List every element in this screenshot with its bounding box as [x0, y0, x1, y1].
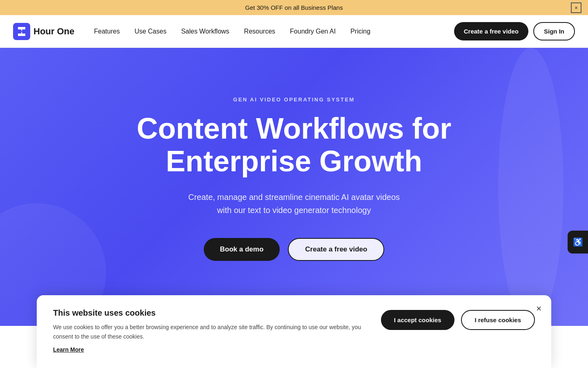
hero-buttons: Book a demo Create a free video [204, 238, 385, 261]
banner-text: Get 30% OFF on all Business Plans [245, 4, 343, 11]
top-banner: Get 30% OFF on all Business Plans × [0, 0, 588, 15]
nav-pricing[interactable]: Pricing [350, 28, 370, 35]
hero-title-line1: Content Workflows for [137, 112, 452, 145]
navbar-create-video-button[interactable]: Create a free video [454, 22, 528, 40]
hero-title: Content Workflows for Enterprise Growth [137, 112, 452, 177]
banner-close-button[interactable]: × [571, 2, 581, 13]
cookie-title: This website uses cookies [53, 308, 365, 318]
nav-features[interactable]: Features [94, 28, 120, 35]
accessibility-button[interactable]: ♿ [568, 231, 588, 254]
hero-subtitle-line1: Create, manage and streamline cinematic … [188, 193, 400, 202]
navbar-signin-button[interactable]: Sign In [533, 22, 575, 40]
hero-title-line2: Enterprise Growth [166, 145, 422, 177]
cookie-learn-more-link[interactable]: Learn More [53, 346, 84, 353]
create-free-video-button[interactable]: Create a free video [288, 238, 384, 261]
cookie-actions: I accept cookies I refuse cookies [381, 310, 535, 330]
logo-link[interactable]: Hour One [13, 23, 74, 40]
accessibility-icon: ♿ [573, 237, 583, 247]
nav-use-cases[interactable]: Use Cases [134, 28, 166, 35]
cookie-content: This website uses cookies We use cookies… [53, 308, 365, 353]
book-demo-button[interactable]: Book a demo [204, 238, 280, 261]
accept-cookies-button[interactable]: I accept cookies [381, 310, 454, 330]
nav-actions: Create a free video Sign In [454, 22, 575, 40]
logo-text: Hour One [33, 26, 74, 37]
logo-icon [13, 23, 30, 40]
hero-section: GEN AI VIDEO OPERATING SYSTEM Content Wo… [0, 48, 588, 326]
refuse-cookies-button[interactable]: I refuse cookies [461, 310, 535, 330]
cookie-close-button[interactable]: × [536, 303, 541, 314]
nav-links: Features Use Cases Sales Workflows Resou… [94, 28, 454, 35]
hero-subtitle: Create, manage and streamline cinematic … [188, 191, 400, 217]
hero-subtitle-line2: with our text to video generator technol… [217, 206, 371, 215]
cookie-banner: This website uses cookies We use cookies… [37, 295, 551, 368]
nav-sales-workflows[interactable]: Sales Workflows [181, 28, 229, 35]
nav-resources[interactable]: Resources [244, 28, 275, 35]
nav-foundry-gen-ai[interactable]: Foundry Gen AI [290, 28, 336, 35]
navbar: Hour One Features Use Cases Sales Workfl… [0, 15, 588, 48]
hero-eyebrow: GEN AI VIDEO OPERATING SYSTEM [233, 96, 355, 103]
cookie-text: We use cookies to offer you a better bro… [53, 323, 365, 341]
